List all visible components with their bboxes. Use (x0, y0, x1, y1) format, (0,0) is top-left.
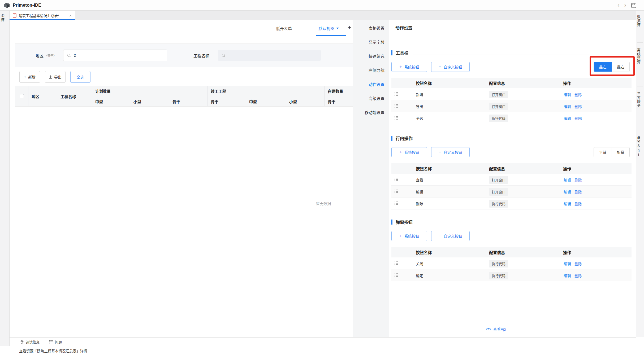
sidebar-item-resources[interactable]: 资源 (0, 14, 9, 22)
edit-row-link[interactable]: 编辑 (564, 189, 571, 194)
debug-icon (20, 340, 24, 344)
issues-button[interactable]: 问题 (49, 339, 62, 344)
add-view-button[interactable]: + (348, 24, 351, 31)
table-header-cell: 配置信息 (489, 163, 505, 174)
delete-row-link[interactable]: 删除 (574, 92, 582, 97)
left-resource-strip: 资源 (0, 11, 10, 346)
grid-button-1[interactable]: +新增 (19, 71, 40, 83)
settings-menu-item-5[interactable]: 动作设置 (353, 77, 389, 91)
config-type-badge: 执行代码 (489, 200, 508, 208)
delete-row-link[interactable]: 删除 (574, 273, 582, 278)
add-system-button-button[interactable]: +系统按钮 (391, 231, 427, 241)
grid-button-label: 全选 (77, 74, 84, 80)
add-button-label: 系统按钮 (404, 233, 419, 239)
drag-handle-icon[interactable] (395, 261, 399, 266)
add-custom-button-button[interactable]: +自定义按钮 (431, 62, 470, 72)
grid-button-3[interactable]: 全选 (70, 71, 90, 83)
save-icon[interactable] (631, 3, 637, 8)
edit-row-link[interactable]: 编辑 (564, 261, 571, 266)
buttons-table: 按钮名称配置信息操作新增打开窗口编辑删除导出打开窗口编辑删除全选执行代码编辑删除 (391, 78, 632, 124)
drag-handle-icon[interactable] (395, 201, 399, 206)
settings-menu-item-7[interactable]: 移动端设置 (353, 105, 389, 119)
settings-menu-item-4[interactable]: 左侧导航 (353, 63, 389, 77)
grid-subcolumn-header: 小型 (286, 96, 325, 106)
table-row: 确定执行代码编辑删除 (391, 269, 632, 281)
right-strip-item-2[interactable]: 离线资源 (636, 48, 644, 64)
project-name-search-input[interactable] (218, 50, 321, 61)
drag-handle-icon[interactable] (395, 273, 399, 278)
delete-row-link[interactable]: 删除 (574, 201, 582, 206)
table-row: 编辑打开窗口编辑删除 (391, 186, 632, 198)
default-view-selector[interactable]: 默认视图 (318, 25, 339, 31)
edit-row-link[interactable]: 编辑 (564, 116, 571, 121)
edit-row-link[interactable]: 编辑 (564, 104, 571, 109)
table-header-cell: 按钮名称 (416, 163, 432, 174)
section-header: 工具栏 (391, 50, 632, 56)
row-actions: 编辑删除 (564, 174, 582, 186)
tab-bar: 建筑工程基本情况汇总表* × (10, 11, 636, 20)
settings-menu-item-1[interactable]: 表格设置 (353, 21, 389, 35)
delete-row-link[interactable]: 删除 (574, 104, 582, 109)
config-type-badge: 打开窗口 (489, 103, 508, 110)
settings-menu-item-2[interactable]: 显示字段 (353, 35, 389, 49)
toggle-option-2[interactable]: 折叠 (612, 147, 629, 157)
table-row: 删除执行代码编辑删除 (391, 198, 632, 209)
drag-handle-icon[interactable] (395, 116, 399, 120)
nav-forward-icon[interactable]: › (624, 2, 626, 8)
section-toolbar: +系统按钮+自定义按钮平铺折叠 (391, 147, 632, 157)
add-custom-button-button[interactable]: +自定义按钮 (431, 147, 470, 157)
grid-button-2[interactable]: 导出 (45, 71, 66, 83)
grid-subcolumn-header: 小型 (130, 96, 169, 106)
nav-back-icon[interactable]: ‹ (617, 2, 619, 8)
lowcode-form-label[interactable]: 低开表单 (276, 25, 292, 31)
toggle-option-1[interactable]: 平铺 (594, 147, 612, 157)
config-type-badge: 打开窗口 (489, 176, 508, 184)
row-actions: 编辑删除 (564, 186, 582, 198)
drag-handle-icon[interactable] (395, 178, 399, 182)
region-search-input[interactable]: 2 (63, 50, 167, 61)
drag-handle-icon[interactable] (395, 104, 399, 108)
edit-row-link[interactable]: 编辑 (564, 273, 571, 278)
right-strip-item-3[interactable]: 三方服务 (636, 92, 644, 108)
divider (637, 42, 643, 43)
right-strip-item-1[interactable]: 数据源 (636, 15, 644, 27)
drag-handle-icon[interactable] (395, 92, 399, 97)
add-system-button-button[interactable]: +系统按钮 (391, 62, 427, 72)
tab-construction-summary[interactable]: 建筑工程基本情况汇总表* × (10, 11, 75, 20)
add-custom-button-button[interactable]: +自定义按钮 (431, 231, 470, 241)
right-strip-item-4[interactable]: 命名Sql (636, 136, 644, 157)
toggle-option-2[interactable]: 靠右 (612, 62, 629, 72)
table-header-cell: 操作 (563, 247, 571, 257)
table-row: 全选执行代码编辑删除 (391, 112, 632, 124)
plus-icon: + (399, 150, 402, 155)
debug-info-button[interactable]: 调试信息 (20, 339, 40, 344)
toggle-option-1[interactable]: 靠左 (594, 62, 612, 72)
plus-icon: + (24, 74, 26, 79)
drag-handle-icon[interactable] (395, 190, 399, 194)
delete-row-link[interactable]: 删除 (574, 261, 582, 266)
form-preview-card: 地区 〈等于〉 2 工程名称 +新增导出全选 地区工程名称计划数量中型小型骨干竣… (15, 43, 353, 299)
select-all-checkbox[interactable] (20, 94, 24, 98)
add-system-button-button[interactable]: +系统按钮 (391, 147, 427, 157)
issues-list-icon (49, 340, 53, 344)
add-button-label: 系统按钮 (404, 64, 419, 69)
grid-action-buttons: +新增导出全选 (15, 71, 353, 83)
plus-icon: + (399, 64, 402, 69)
table-header-cell: 按钮名称 (416, 78, 432, 88)
settings-menu-item-6[interactable]: 高级设置 (353, 91, 389, 105)
edit-row-link[interactable]: 编辑 (564, 177, 571, 182)
edit-row-link[interactable]: 编辑 (564, 92, 571, 97)
delete-row-link[interactable]: 删除 (574, 189, 582, 194)
status-message: 查看资源「建筑工程基本情况汇总表」详情 (19, 348, 87, 353)
resource-doc-icon (13, 13, 16, 18)
action-settings-panel: 动作设置 工具栏+系统按钮+自定义按钮靠左靠右按钮名称配置信息操作新增打开窗口编… (389, 20, 636, 337)
tab-close-icon[interactable]: × (69, 13, 72, 18)
plus-icon: + (439, 234, 441, 238)
settings-menu-item-3[interactable]: 快速筛选 (353, 49, 389, 63)
delete-row-link[interactable]: 删除 (574, 116, 582, 121)
delete-row-link[interactable]: 删除 (574, 177, 582, 182)
edit-row-link[interactable]: 编辑 (564, 201, 571, 206)
view-api-link[interactable]: 查看Api (486, 326, 506, 332)
primeton-ide-window: Primeton-IDE ‹ › 资源 建筑工程基本情况汇总表* × (0, 0, 644, 355)
view-api-label: 查看Api (493, 326, 506, 332)
